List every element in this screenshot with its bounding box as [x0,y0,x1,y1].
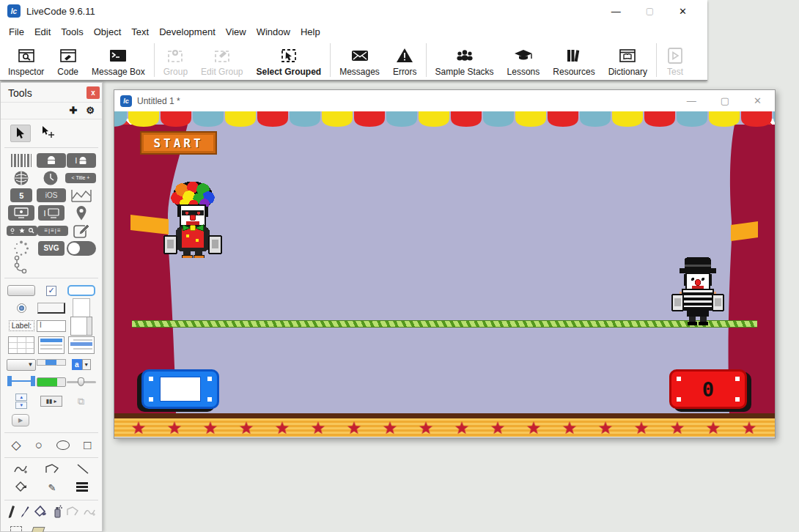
tool-paint-polygon[interactable] [66,506,79,520]
clown-sprite[interactable] [163,180,223,258]
toolbar-button-dictionary[interactable]: Dictionary [602,43,654,78]
toolbar-button-select-grouped[interactable]: Select Grouped [249,43,328,78]
tool-line[interactable] [76,463,89,478]
tool-paint-curve[interactable] [83,506,96,520]
tool-circle[interactable]: ○ [35,439,43,451]
toolbar-button-message-box[interactable]: Message Box [85,43,152,78]
menu-file[interactable]: File [4,24,29,40]
tool-spray-can[interactable] [52,504,62,522]
tool-list-field[interactable] [37,336,67,354]
tool-field-native[interactable]: I [37,205,67,221]
tool-rectangle[interactable]: □ [84,439,91,451]
tool-curve[interactable] [13,463,28,478]
tool-stepper[interactable]: ▲▼ [7,394,37,409]
tool-svg-widget[interactable]: SVG [37,241,67,256]
tool-paint-bucket[interactable] [33,505,48,521]
tool-edit-pointer[interactable] [41,125,56,141]
tool-push-button[interactable] [7,285,37,296]
left-score-field[interactable] [160,377,201,402]
tool-slider[interactable] [66,381,96,383]
toolbar-button-errors[interactable]: Errors [386,43,424,78]
stack-titlebar[interactable]: lc Untitled 1 * — ▢ ✕ [114,90,775,111]
tool-android-button[interactable] [37,153,67,168]
tool-paint-pencil[interactable] [7,504,15,522]
tool-table-field[interactable] [7,336,37,354]
tool-paint-brush[interactable] [19,504,29,522]
tool-scrolling-field[interactable] [66,317,96,336]
tool-ios-native[interactable]: iOS [37,188,67,202]
menu-development[interactable]: Development [154,24,221,40]
tool-barcode[interactable] [7,154,37,167]
tool-progress-bar[interactable] [37,377,67,387]
close-icon[interactable]: ✕ [679,7,687,16]
tool-draggable-graphic[interactable] [7,374,37,391]
tool-compose-icon[interactable] [68,223,96,239]
tool-android-field[interactable]: I [66,153,96,168]
tool-import-control[interactable]: ⧉ [66,396,96,406]
tool-browse-pointer[interactable] [10,125,31,142]
stack-close-icon[interactable]: ✕ [754,96,762,106]
tool-radio-button[interactable] [7,303,37,313]
menu-window[interactable]: Window [251,24,295,40]
stack-maximize-icon[interactable]: ▢ [721,96,729,106]
toolbar-button-messages[interactable]: Messages [333,43,386,78]
right-score-display[interactable]: 0 [669,369,747,409]
tool-combo-box[interactable]: a▼ [66,359,96,370]
toolbar-separator [154,43,155,77]
tool-checkbox[interactable]: ✓ [37,286,67,296]
tool-tab-panel[interactable]: ▮▮ ▸ [37,396,67,407]
tool-navigation-bar[interactable]: < Title + [65,173,96,183]
palette-settings-gear-icon[interactable]: ⚙ [86,105,95,116]
tool-polygon[interactable] [45,464,59,477]
left-score-display[interactable] [141,369,219,409]
tool-horizontal-scrollbar[interactable] [37,363,67,366]
menu-tools[interactable]: Tools [56,24,88,40]
tool-tree-widget[interactable] [13,255,29,277]
toolbar-button-resources[interactable]: Resources [546,43,601,78]
tool-option-menu[interactable]: ▼ [7,359,37,371]
toolbar-button-code[interactable]: Code [51,43,85,78]
stack-canvas[interactable]: START [114,111,775,438]
tools-palette-title: Tools [8,87,32,99]
tool-clock[interactable] [36,170,65,186]
tool-line-graph[interactable] [66,188,96,203]
tool-html5[interactable]: 5 [7,188,37,202]
tool-regular-polygon[interactable]: ◇ [12,439,21,451]
tool-switch-button[interactable] [66,241,96,256]
menu-view[interactable]: View [221,24,251,40]
tool-eraser[interactable] [32,527,45,532]
tool-graphic-lines[interactable] [76,481,88,495]
tool-select-area[interactable] [10,526,22,532]
menu-help[interactable]: Help [295,24,325,40]
add-tool-icon[interactable]: ✚ [69,105,77,116]
menu-object[interactable]: Object [89,24,127,40]
mime-sprite[interactable] [670,255,726,325]
tool-map-pin[interactable] [66,205,96,221]
menu-text[interactable]: Text [126,24,154,40]
tool-graphic-pen[interactable]: ✎ [48,483,56,492]
tool-browser[interactable] [7,170,36,186]
toolbar-button-lessons[interactable]: Lessons [501,43,547,78]
tool-default-button[interactable] [66,285,96,296]
toolbar-button-inspector[interactable]: Inspector [1,43,51,78]
tool-entry-field[interactable]: I [37,320,67,332]
toolbar-separator [330,43,331,77]
palette-close-icon[interactable]: x [86,86,100,99]
tool-player[interactable]: ▶ [12,414,29,426]
tool-mac-status[interactable] [7,205,37,221]
minimize-icon[interactable]: — [611,7,621,16]
tool-activity-indicator[interactable] [7,240,37,256]
tool-segmented-control[interactable]: ≡|≡|≡ [37,226,68,236]
maximize-icon[interactable]: ▢ [646,7,654,15]
tool-header-bar[interactable] [7,226,37,236]
toolbar-button-sample-stacks[interactable]: Sample Stacks [429,43,501,78]
tool-tree-view[interactable] [66,336,96,354]
tool-graphic-fill[interactable] [15,481,28,495]
stack-minimize-icon[interactable]: — [687,96,696,106]
tool-bevel-button[interactable] [37,303,67,314]
start-button[interactable]: START [140,131,217,155]
tool-label-field[interactable]: Label: [7,320,37,331]
menu-edit[interactable]: Edit [29,24,56,40]
tool-panel[interactable] [66,298,96,318]
tool-oval[interactable] [56,440,70,450]
